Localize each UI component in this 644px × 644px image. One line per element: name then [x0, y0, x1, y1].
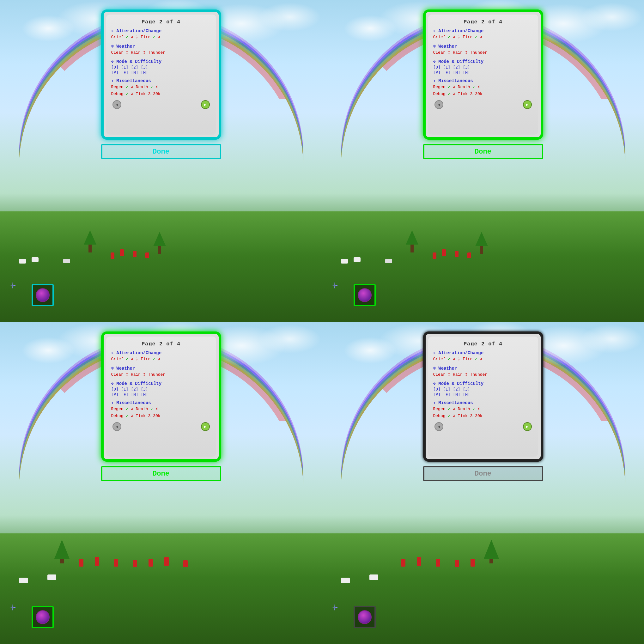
panel-br: Page 2 of 4 ✳ Alteration/Change Grief ✓ … [423, 331, 543, 462]
weather-body-br: Clear ‡ Rain ‡ Thunder [433, 372, 533, 378]
fire-sep-tl: ‡ [133, 35, 141, 39]
mode-line1-tl: [0] [1] [2] [3] [111, 65, 211, 70]
section-weather-tl: ❄ Weather Clear ‡ Rain ‡ Thunder [111, 44, 211, 56]
prev-arrow-tl[interactable]: ◀ [112, 100, 121, 109]
mode-line2-br: [P] [E] [N] [H] [433, 392, 533, 397]
mode-header-tl: ❖ Mode & Difficulty [111, 59, 211, 64]
panel-bl: Page 2 of 4 ✳ Alteration/Change Grief ✓ … [101, 331, 221, 462]
mobs-tr [322, 227, 644, 290]
misc-label-tr: Miscellaneous [438, 78, 473, 83]
hotbar-slot-br[interactable] [354, 606, 376, 628]
svg-rect-3 [145, 252, 149, 258]
next-arrow-br[interactable]: ▶ [523, 422, 532, 431]
weather-label-tl: Weather [116, 44, 135, 49]
weather-label-tr: Weather [438, 44, 457, 49]
alteration-header-bl: ✳ Alteration/Change [111, 350, 211, 355]
section-mode-br: ❖ Mode & Difficulty [0] [1] [2] [3] [P] … [433, 381, 533, 397]
mode-header-br: ❖ Mode & Difficulty [433, 381, 533, 386]
fire-check-tr: ✓ [475, 35, 477, 39]
mode-label-tl: Mode & Difficulty [116, 59, 161, 64]
svg-rect-15 [341, 259, 348, 264]
page-title-bl: Page 2 of 4 [111, 341, 211, 347]
prev-arrow-br[interactable]: ◀ [434, 422, 443, 431]
fire-check-tl: ✓ [153, 35, 155, 39]
svg-rect-28 [183, 560, 188, 567]
panel-inner-tr: Page 2 of 4 ✳ Alteration/Change Grief ✓ … [428, 15, 538, 135]
done-button-bl[interactable]: Done [101, 466, 221, 481]
mode-line2-tl: [P] [E] [N] [H] [111, 70, 211, 75]
mode-header-tr: ❖ Mode & Difficulty [433, 59, 533, 64]
panel-arrows-tl: ◀ ▶ [111, 100, 211, 109]
hotbar-slot-bl[interactable] [32, 606, 54, 628]
section-alteration-br: ✳ Alteration/Change Grief ✓ ✗ ‡ Fire ✓ ✗ [433, 350, 533, 362]
section-alteration-bl: ✳ Alteration/Change Grief ✓ ✗ ‡ Fire ✓ ✗ [111, 350, 211, 362]
weather-body-tl: Clear ‡ Rain ‡ Thunder [111, 50, 211, 56]
alteration-header-tl: ✳ Alteration/Change [111, 28, 211, 33]
mode-header-bl: ❖ Mode & Difficulty [111, 381, 211, 386]
svg-rect-22 [79, 559, 83, 567]
section-misc-tr: ✦ Miscellaneous Regen ✓ ✗ Death ✓ ✗ Debu… [433, 78, 533, 97]
panel-tl: Page 2 of 4 ✳ Alteration/Change Grief ✓ … [101, 9, 221, 140]
weather-header-tr: ❄ Weather [433, 44, 533, 49]
svg-rect-25 [133, 560, 137, 567]
misc-label-tl: Miscellaneous [116, 78, 151, 83]
section-mode-tl: ❖ Mode & Difficulty [0] [1] [2] [3] [P] … [111, 59, 211, 75]
misc-body1-br: Regen ✓ ✗ Death ✓ ✗ [433, 406, 533, 412]
section-mode-bl: ❖ Mode & Difficulty [0] [1] [2] [3] [P] … [111, 381, 211, 397]
quadrant-bottom-left: Page 2 of 4 ✳ Alteration/Change Grief ✓ … [0, 322, 322, 644]
svg-marker-10 [153, 232, 166, 246]
done-button-tl[interactable]: Done [101, 144, 221, 159]
debug-cross-tl: ✗ [128, 92, 133, 96]
hotbar-slot-tl[interactable] [32, 284, 54, 306]
panel-wrapper-tl: Page 2 of 4 ✳ Alteration/Change Grief ✓ … [101, 9, 221, 159]
misc-icon-tr: ✦ [433, 78, 436, 83]
svg-rect-14 [467, 252, 471, 258]
panel-inner-bl: Page 2 of 4 ✳ Alteration/Change Grief ✓ … [106, 337, 216, 457]
section-alteration-tr: ✳ Alteration/Change Grief ✓ ✗ ‡ Fire ✓ ✗ [433, 28, 533, 40]
weather-body-bl: Clear ‡ Rain ‡ Thunder [111, 372, 211, 378]
alteration-icon-tl: ✳ [111, 28, 114, 33]
hotbar-tl [32, 284, 54, 306]
weather-header-tl: ❄ Weather [111, 44, 211, 49]
prev-arrow-bl[interactable]: ◀ [112, 422, 121, 431]
section-misc-bl: ✦ Miscellaneous Regen ✓ ✗ Death ✓ ✗ Debu… [111, 400, 211, 419]
next-arrow-tr[interactable]: ▶ [523, 100, 532, 109]
alt-label-tr: Alteration/Change [438, 28, 483, 33]
alteration-body-tl: Grief ✓ ✗ ‡ Fire ✓ ✗ [111, 34, 211, 40]
hotbar-br [354, 606, 376, 628]
svg-marker-8 [84, 230, 96, 245]
mode-icon-tr: ❖ [433, 59, 436, 64]
mode-label-tr: Mode & Difficulty [438, 59, 483, 64]
mode-line1-tr: [0] [1] [2] [3] [433, 65, 533, 70]
misc-body1-tl: Regen ✓ ✗ Death ✓ ✗ [111, 84, 211, 90]
panel-wrapper-br: Page 2 of 4 ✳ Alteration/Change Grief ✓ … [423, 331, 543, 481]
panel-inner-br: Page 2 of 4 ✳ Alteration/Change Grief ✓ … [428, 337, 538, 457]
quadrant-top-left: Page 2 of 4 ✳ Alteration/Change Grief ✓ … [0, 0, 322, 322]
debug-label-tl: Debug [111, 92, 126, 96]
svg-rect-26 [149, 559, 153, 567]
hotbar-slot-tr[interactable] [354, 284, 376, 306]
svg-rect-30 [47, 574, 56, 580]
prev-arrow-tr[interactable]: ◀ [434, 100, 443, 109]
alteration-body-br: Grief ✓ ✗ ‡ Fire ✓ ✗ [433, 356, 533, 362]
mode-icon-tl: ❖ [111, 59, 114, 64]
fire-label-tr: Fire [463, 35, 475, 39]
done-button-tr[interactable]: Done [423, 144, 543, 159]
panel-arrows-bl: ◀ ▶ [111, 422, 211, 431]
svg-marker-21 [475, 232, 488, 246]
quadrant-bottom-right: Page 2 of 4 ✳ Alteration/Change Grief ✓ … [322, 322, 644, 644]
page-title-br: Page 2 of 4 [433, 341, 533, 347]
mode-line1-br: [0] [1] [2] [3] [433, 387, 533, 392]
alteration-label-tl: Alteration/Change [116, 28, 161, 33]
misc-body1-bl: Regen ✓ ✗ Death ✓ ✗ [111, 406, 211, 412]
next-arrow-bl[interactable]: ▶ [201, 422, 210, 431]
misc-body2-tl: Debug ✓ ✗ Tick 3 30k [111, 91, 211, 97]
done-button-br[interactable]: Done [423, 466, 543, 481]
grief-label-tl: Grief [111, 35, 126, 39]
death-check-tl: ✓ [150, 85, 153, 89]
alteration-header-br: ✳ Alteration/Change [433, 350, 533, 355]
svg-rect-37 [471, 559, 475, 567]
mobs-tl [0, 227, 322, 290]
next-arrow-tl[interactable]: ▶ [201, 100, 210, 109]
section-weather-bl: ❄ Weather Clear ‡ Rain ‡ Thunder [111, 366, 211, 378]
